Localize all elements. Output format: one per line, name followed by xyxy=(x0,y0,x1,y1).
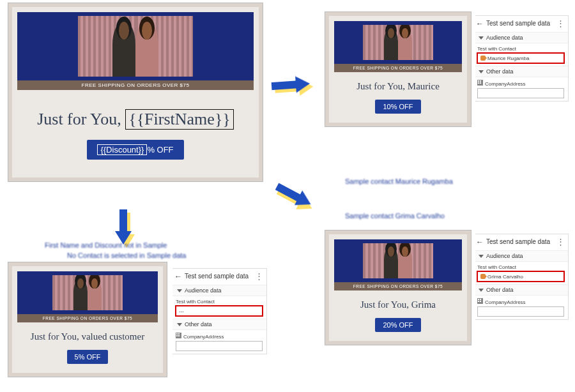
shipping-bar: FREE SHIPPING ON ORDERS OVER $75 xyxy=(334,282,462,290)
contact-tag-icon xyxy=(480,56,486,61)
sidepanel-title: Test send sample data xyxy=(185,273,249,280)
more-icon[interactable]: ⋮ xyxy=(255,271,263,281)
building-icon xyxy=(176,333,181,338)
preview-default: FREE SHIPPING ON ORDERS OVER $75 Just fo… xyxy=(8,262,167,377)
contact-input[interactable]: --- xyxy=(176,306,263,316)
headline-prefix: Just for You, xyxy=(37,110,125,128)
audience-section[interactable]: Audience data xyxy=(473,250,568,262)
more-icon[interactable]: ⋮ xyxy=(556,237,564,246)
contact-input[interactable]: Maurice Rugamba xyxy=(477,53,564,63)
other-section[interactable]: Other data xyxy=(473,66,568,77)
firstname-value: Maurice xyxy=(408,81,440,91)
contact-input[interactable]: Grima Carvalho xyxy=(477,271,564,282)
building-icon xyxy=(477,298,483,304)
company-label: CompanyAddress xyxy=(176,333,263,340)
discount-button[interactable]: 10% OFF xyxy=(375,100,420,114)
annotation-maurice: Sample contact Maurice Rugamba xyxy=(345,177,453,186)
building-icon xyxy=(477,80,483,86)
company-label: CompanyAddress xyxy=(477,298,564,305)
discount-suffix: % OFF xyxy=(147,145,173,155)
hero-photo xyxy=(52,275,123,310)
firstname-value: valued customer xyxy=(81,331,144,342)
hero-photo xyxy=(363,243,433,278)
preview-grima: FREE SHIPPING ON ORDERS OVER $75 Just fo… xyxy=(325,230,471,345)
arrow-icon xyxy=(270,177,318,213)
shipping-bar: FREE SHIPPING ON ORDERS OVER $75 xyxy=(334,64,462,72)
discount-button[interactable]: 5% OFF xyxy=(67,350,109,364)
test-with-contact-label: Test with Contact xyxy=(477,46,564,52)
contact-value: Maurice Rugamba xyxy=(487,56,529,61)
company-input[interactable] xyxy=(477,306,564,317)
audience-section[interactable]: Audience data xyxy=(473,32,568,43)
audience-section[interactable]: Audience data xyxy=(172,285,266,296)
sidepanel-grima: ← Test send sample data ⋮ Audience data … xyxy=(473,234,569,320)
sidepanel-title: Test send sample data xyxy=(486,238,550,245)
preview-maurice: FREE SHIPPING ON ORDERS OVER $75 Just fo… xyxy=(325,11,471,127)
test-with-contact-label: Test with Contact xyxy=(477,264,564,270)
svg-marker-1 xyxy=(273,179,314,211)
hero-banner xyxy=(17,12,254,80)
sidepanel-title: Test send sample data xyxy=(486,20,550,27)
contact-tag-icon xyxy=(480,274,486,279)
discount-button[interactable]: {{Discount}}% OFF xyxy=(87,140,183,160)
shipping-bar: FREE SHIPPING ON ORDERS OVER $75 xyxy=(17,80,254,90)
hero-photo xyxy=(363,25,433,60)
discount-button[interactable]: 20% OFF xyxy=(375,318,420,332)
company-label: CompanyAddress xyxy=(477,80,564,87)
more-icon[interactable]: ⋮ xyxy=(556,19,564,28)
back-icon[interactable]: ← xyxy=(476,19,484,28)
other-section[interactable]: Other data xyxy=(172,319,266,330)
arrow-icon xyxy=(115,209,132,245)
back-icon[interactable]: ← xyxy=(174,272,182,281)
svg-marker-2 xyxy=(115,209,132,245)
sidepanel-default: ← Test send sample data ⋮ Audience data … xyxy=(171,268,267,354)
annotation-default-2: No Contact is selected in Sample data xyxy=(67,252,187,260)
headline: Just for You, valued customer xyxy=(17,331,158,342)
discount-placeholder: {{Discount}} xyxy=(97,144,147,155)
arrow-icon xyxy=(271,75,310,94)
other-section[interactable]: Other data xyxy=(473,284,568,296)
company-input[interactable] xyxy=(176,341,263,351)
annotation-grima: Sample contact Grima Carvalho xyxy=(345,212,445,221)
svg-marker-0 xyxy=(271,75,310,94)
sidepanel-maurice: ← Test send sample data ⋮ Audience data … xyxy=(473,15,569,102)
email-template-panel: FREE SHIPPING ON ORDERS OVER $75 Just fo… xyxy=(8,3,263,182)
firstname-placeholder[interactable]: {{FirstName}} xyxy=(125,109,234,130)
test-with-contact-label: Test with Contact xyxy=(176,299,263,305)
headline: Just for You, {{FirstName}} xyxy=(17,109,254,130)
contact-value: Grima Carvalho xyxy=(487,274,523,280)
annotation-default-1: First Name and Discount not in Sample xyxy=(45,241,167,250)
back-icon[interactable]: ← xyxy=(476,237,484,246)
company-input[interactable] xyxy=(477,88,564,98)
firstname-value: Grima xyxy=(411,299,436,310)
hero-photo xyxy=(78,16,193,77)
shipping-bar: FREE SHIPPING ON ORDERS OVER $75 xyxy=(17,314,158,322)
